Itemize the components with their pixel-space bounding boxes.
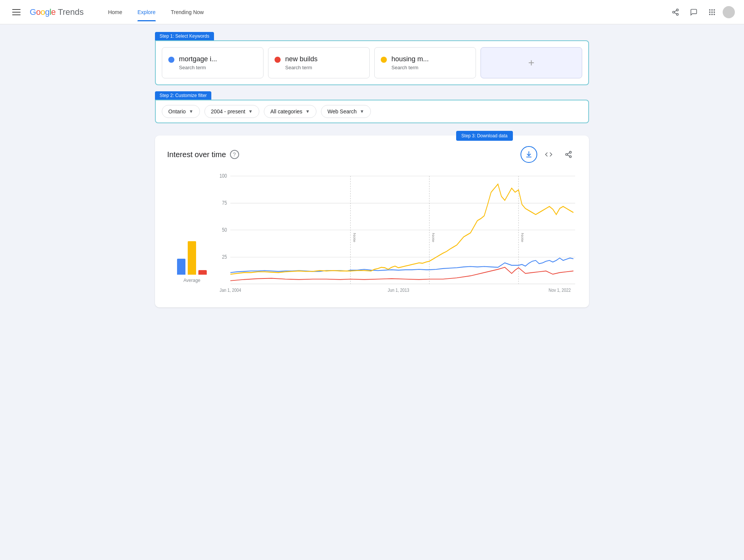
- filter-box: Ontario ▼ 2004 - present ▼ All categorie…: [155, 100, 589, 123]
- svg-line-3: [674, 13, 677, 14]
- kw-info-0: mortgage i... Search term: [179, 55, 217, 70]
- kw-dot-2: [381, 57, 387, 63]
- svg-line-17: [567, 155, 570, 156]
- svg-rect-5: [709, 9, 710, 10]
- svg-point-15: [566, 154, 568, 156]
- embed-button[interactable]: [540, 146, 557, 163]
- filter-search-type-label: Web Search: [327, 108, 357, 115]
- svg-point-2: [677, 13, 679, 15]
- keyword-card-2[interactable]: housing m... Search term: [374, 47, 476, 78]
- header-right: [668, 5, 735, 20]
- svg-text:Note: Note: [353, 233, 357, 242]
- filter-date[interactable]: 2004 - present ▼: [204, 105, 259, 118]
- svg-point-1: [673, 11, 675, 13]
- help-icon-text: ?: [233, 151, 236, 158]
- svg-point-16: [570, 156, 572, 158]
- kw-info-2: housing m... Search term: [391, 55, 429, 70]
- nav-explore[interactable]: Explore: [131, 6, 161, 18]
- nav-trending[interactable]: Trending Now: [165, 6, 210, 18]
- chart-main: 100 75 50 25 Note Note Note: [217, 172, 577, 295]
- svg-text:Note: Note: [431, 233, 436, 242]
- svg-line-18: [567, 153, 570, 154]
- filter-region[interactable]: Ontario ▼: [162, 105, 200, 118]
- header-nav: Home Explore Trending Now: [102, 6, 210, 18]
- logo[interactable]: Google Trends: [30, 7, 84, 17]
- kw-dot-0: [168, 57, 174, 63]
- svg-rect-6: [711, 9, 712, 10]
- header: Google Trends Home Explore Trending Now: [0, 0, 744, 24]
- filter-search-type[interactable]: Web Search ▼: [321, 105, 371, 118]
- filter-date-label: 2004 - present: [211, 108, 245, 115]
- svg-text:100: 100: [219, 173, 227, 179]
- svg-rect-12: [711, 14, 712, 15]
- svg-rect-9: [711, 11, 712, 13]
- chart-title-row: Interest over time ?: [167, 150, 239, 159]
- chart-title: Interest over time: [167, 150, 226, 159]
- kw-name-1: new builds: [285, 55, 318, 63]
- share-chart-button[interactable]: [560, 146, 577, 163]
- svg-text:75: 75: [222, 200, 227, 206]
- logo-trends-text: Trends: [58, 7, 84, 17]
- svg-rect-13: [714, 14, 715, 15]
- svg-rect-8: [709, 11, 710, 13]
- menu-icon[interactable]: [9, 6, 24, 18]
- svg-text:Note: Note: [520, 233, 525, 242]
- step1-label: Step 1: Select Keywords: [155, 32, 214, 40]
- share-icon-btn[interactable]: [668, 5, 683, 20]
- keyword-card-1[interactable]: new builds Search term: [268, 47, 370, 78]
- kw-info-1: new builds Search term: [285, 55, 318, 70]
- chart-body: Average 100 75 50 25: [167, 172, 577, 295]
- kw-name-2: housing m...: [391, 55, 429, 63]
- keywords-grid: mortgage i... Search term new builds Sea…: [162, 47, 582, 78]
- avg-label: Average: [184, 278, 200, 283]
- filter-categories-label: All categories: [270, 108, 302, 115]
- keyword-add-card[interactable]: +: [481, 47, 582, 78]
- grid-icon-btn[interactable]: [704, 5, 720, 20]
- nav-home[interactable]: Home: [102, 6, 128, 18]
- step1-block: Step 1: Select Keywords mortgage i... Se…: [155, 32, 589, 85]
- kw-type-2: Search term: [391, 65, 429, 70]
- svg-text:25: 25: [222, 254, 227, 260]
- chart-actions: [520, 146, 577, 163]
- keyword-card-0[interactable]: mortgage i... Search term: [162, 47, 263, 78]
- avg-bar-newbuilds: [188, 241, 196, 275]
- account-icon[interactable]: [723, 6, 735, 18]
- chart-section: Step 3: Download data Interest over time…: [155, 135, 589, 307]
- svg-text:Jan 1, 2004: Jan 1, 2004: [220, 287, 241, 293]
- svg-rect-7: [714, 9, 715, 10]
- avg-bar-housing: [198, 270, 207, 275]
- filter-categories[interactable]: All categories ▼: [264, 105, 316, 118]
- main-content: Step 1: Select Keywords mortgage i... Se…: [125, 24, 619, 315]
- kw-type-1: Search term: [285, 65, 318, 70]
- step2-block: Step 2: Customize filter Ontario ▼ 2004 …: [155, 91, 589, 123]
- svg-text:Nov 1, 2022: Nov 1, 2022: [549, 287, 571, 293]
- chart-avg: Average: [167, 237, 217, 295]
- chat-icon-btn[interactable]: [686, 5, 701, 20]
- svg-text:Jun 1, 2013: Jun 1, 2013: [388, 287, 409, 293]
- kw-type-0: Search term: [179, 65, 217, 70]
- chart-header: Interest over time ?: [167, 146, 577, 163]
- avg-bar-mortgage: [177, 259, 185, 275]
- keywords-section: mortgage i... Search term new builds Sea…: [155, 40, 589, 85]
- filter-search-type-arrow: ▼: [360, 109, 364, 114]
- help-icon[interactable]: ?: [230, 150, 239, 159]
- logo-google-text: Google: [30, 7, 56, 17]
- kw-dot-1: [275, 57, 281, 63]
- svg-point-14: [570, 151, 572, 153]
- filter-date-arrow: ▼: [248, 109, 253, 114]
- chart-svg: 100 75 50 25 Note Note Note: [217, 172, 577, 294]
- svg-rect-11: [709, 14, 710, 15]
- filter-region-label: Ontario: [168, 108, 186, 115]
- add-keyword-icon: +: [528, 57, 534, 69]
- avg-bars: [177, 237, 207, 275]
- kw-name-0: mortgage i...: [179, 55, 217, 63]
- filter-categories-arrow: ▼: [305, 109, 310, 114]
- header-left: Google Trends Home Explore Trending Now: [9, 6, 210, 18]
- step3-tooltip: Step 3: Download data: [456, 131, 513, 141]
- download-button[interactable]: [520, 146, 537, 163]
- svg-point-0: [677, 9, 679, 11]
- svg-line-4: [674, 10, 677, 11]
- svg-rect-10: [714, 11, 715, 13]
- chart-card: Interest over time ?: [155, 135, 589, 307]
- step2-label: Step 2: Customize filter: [155, 91, 211, 100]
